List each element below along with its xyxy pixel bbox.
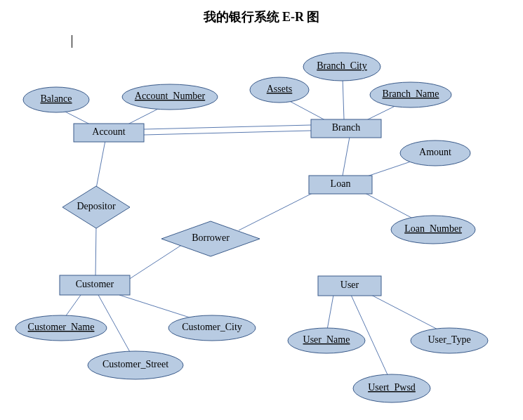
- attr-customer-name-label: Customer_Name: [28, 322, 95, 332]
- conn-customer-borrower: [126, 244, 183, 281]
- entity-customer-label: Customer: [76, 279, 114, 289]
- conn-branch-loan: [343, 137, 350, 176]
- conn-account-branch-1: [144, 125, 311, 129]
- attr-loan-number-label: Loan_Number: [404, 223, 462, 234]
- rel-borrower-label: Borrower: [192, 232, 230, 243]
- attr-account-number-label: Account_Number: [135, 91, 206, 101]
- conn-branch-branchcity: [343, 77, 344, 119]
- conn-account-branch-2: [144, 131, 311, 135]
- entity-user-label: User: [340, 280, 359, 290]
- entity-branch-label: Branch: [332, 122, 360, 133]
- attr-customer-city-label: Customer_City: [182, 322, 242, 332]
- attr-user-name-label: User_Name: [303, 334, 350, 345]
- entity-account-label: Account: [92, 126, 126, 137]
- attr-branch-city-label: Branch_City: [317, 60, 367, 71]
- entity-loan-label: Loan: [331, 178, 351, 189]
- attr-user-type-label: User_Type: [428, 334, 470, 345]
- conn-borrower-loan: [239, 190, 319, 230]
- conn-user-usertype: [369, 294, 446, 334]
- er-diagram: Balance Account_Number Assets Branch_Cit…: [0, 0, 523, 420]
- conn-account-depositor: [96, 140, 105, 188]
- attr-balance-label: Balance: [40, 93, 72, 104]
- conn-depositor-customer: [95, 225, 96, 277]
- attr-amount-label: Amount: [419, 147, 451, 157]
- attr-branch-name-label: Branch_Name: [383, 88, 439, 99]
- rel-depositor-label: Depositor: [77, 201, 116, 211]
- attr-customer-street-label: Customer_Street: [102, 359, 168, 369]
- attr-usert-pwsd-label: Usert_Pwsd: [368, 382, 416, 393]
- attr-assets-label: Assets: [267, 84, 293, 94]
